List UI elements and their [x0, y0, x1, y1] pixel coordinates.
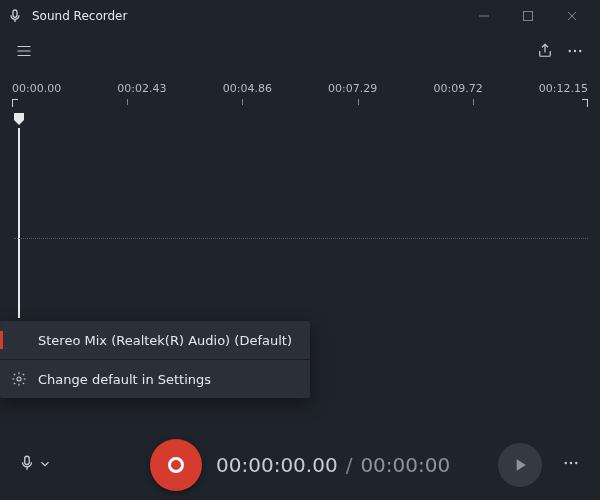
ruler-label: 00:07.29: [328, 82, 377, 95]
svg-rect-1: [524, 12, 533, 21]
svg-point-8: [570, 462, 572, 464]
ruler-label: 00:00.00: [12, 82, 61, 95]
mic-icon: [18, 454, 36, 476]
playhead-line: [18, 128, 20, 318]
app-title: Sound Recorder: [32, 9, 127, 23]
share-icon[interactable]: [530, 36, 560, 66]
app-icon: [6, 7, 24, 25]
gear-icon: [10, 370, 28, 388]
input-device-option[interactable]: Stereo Mix (Realtek(R) Audio) (Default): [0, 321, 310, 359]
change-default-link[interactable]: Change default in Settings: [0, 360, 310, 398]
playhead[interactable]: [13, 112, 25, 126]
svg-point-7: [565, 462, 567, 464]
svg-point-5: [17, 377, 21, 381]
input-device-menu: Stereo Mix (Realtek(R) Audio) (Default) …: [0, 321, 310, 398]
ruler-label: 00:09.72: [433, 82, 482, 95]
input-device-label: Stereo Mix (Realtek(R) Audio) (Default): [38, 333, 292, 348]
titlebar: Sound Recorder: [0, 0, 600, 32]
playhead-row: [0, 112, 600, 126]
play-button[interactable]: [498, 443, 542, 487]
svg-rect-6: [25, 456, 30, 464]
ruler-label: 00:12.15: [539, 82, 588, 95]
chevron-down-icon: [38, 456, 52, 475]
change-default-label: Change default in Settings: [38, 372, 211, 387]
selected-indicator: [0, 331, 3, 349]
svg-point-9: [575, 462, 577, 464]
ruler-label: 00:02.43: [117, 82, 166, 95]
svg-point-3: [574, 50, 576, 52]
maximize-button[interactable]: [506, 0, 550, 32]
more-icon[interactable]: [560, 36, 590, 66]
toolbar: [0, 32, 600, 70]
record-button[interactable]: [150, 439, 202, 491]
svg-point-2: [569, 50, 571, 52]
ruler-label: 00:04.86: [223, 82, 272, 95]
waveform-area[interactable]: [0, 128, 600, 318]
svg-point-4: [579, 50, 581, 52]
waveform-midline: [14, 238, 588, 239]
close-button[interactable]: [550, 0, 594, 32]
mic-select[interactable]: [14, 448, 56, 482]
spacer: [10, 331, 28, 349]
time-separator: /: [346, 453, 353, 477]
record-icon: [168, 457, 184, 473]
ruler-ticks: [12, 99, 588, 111]
current-time: 00:00:00.00: [216, 453, 338, 477]
hamburger-icon[interactable]: [10, 37, 38, 65]
timeline-ruler[interactable]: 00:00.00 00:02.43 00:04.86 00:07.29 00:0…: [0, 82, 600, 114]
svg-rect-0: [13, 10, 17, 17]
time-readout: 00:00:00.00 / 00:00:00: [216, 453, 450, 477]
minimize-button[interactable]: [462, 0, 506, 32]
controls-bar: 00:00:00.00 / 00:00:00: [0, 430, 600, 500]
total-time: 00:00:00: [360, 453, 450, 477]
controls-more-icon[interactable]: [556, 448, 586, 482]
